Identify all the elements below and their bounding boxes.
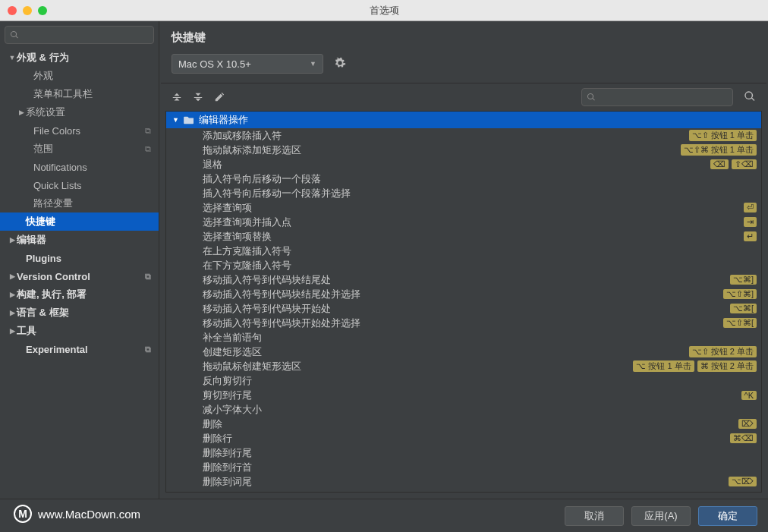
action-row[interactable]: 插入符号向后移动一个段落并选择 [166,186,761,200]
sidebar-item[interactable]: ▶编辑器 [0,231,159,249]
action-row[interactable]: 拖动鼠标创建矩形选区⌥ 按钮 1 单击⌘ 按钮 2 单击 [166,359,761,373]
action-label: 选择查询项并插入点 [203,216,741,229]
sidebar-item[interactable]: ▶Version Control⧉ [0,267,159,285]
shortcut-badge: ⌥⌦ [729,477,757,486]
sidebar-item[interactable]: ▶工具 [0,322,159,340]
action-row[interactable]: 在下方克隆插入符号 [166,258,761,272]
keymap-scheme-dropdown[interactable]: Mac OS X 10.5+ ▼ [172,54,323,74]
sidebar-item[interactable]: Notifications [0,158,159,176]
sidebar-item[interactable]: 快捷键 [0,212,159,231]
sidebar-item-label: 构建, 执行, 部署 [17,288,87,301]
sidebar-item[interactable]: Plugins [0,249,159,267]
action-label: 反向剪切行 [203,374,757,388]
page-title: 快捷键 [159,21,768,48]
dropdown-value: Mac OS X 10.5+ [178,58,251,70]
action-label: 退格 [203,158,707,172]
action-row[interactable]: 减小字体大小 [166,402,761,417]
action-row[interactable]: 添加或移除插入符⌥⇧ 按钮 1 单击 [166,128,761,143]
action-row[interactable]: 选择查询项并插入点⇥ [166,215,761,229]
gear-icon[interactable] [334,57,346,71]
action-label: 选择查询项 [203,201,741,215]
sidebar-item-label: 语言 & 框架 [17,306,69,320]
action-row[interactable]: 剪切到行尾^K [166,388,761,402]
cancel-button[interactable]: 取消 [565,506,624,526]
action-row[interactable]: 删除到行尾 [166,445,761,460]
action-label: 在下方克隆插入符号 [203,259,757,272]
sidebar-item-label: Plugins [26,253,61,264]
action-row[interactable]: 补全当前语句 [166,330,761,345]
titlebar: 首选项 [0,0,768,21]
sidebar-item-label: Quick Lists [33,180,82,191]
actions-search-input[interactable] [581,88,733,106]
action-row[interactable]: 删除到词尾⌥⌦ [166,474,761,489]
sidebar-item[interactable]: 路径变量 [0,194,159,212]
copy-icon: ⧉ [145,144,151,154]
action-row[interactable]: 选择查询项替换↵ [166,229,761,244]
sidebar-item[interactable]: 范围⧉ [0,140,159,158]
sidebar-item[interactable]: Experimental⧉ [0,340,159,358]
minimize-icon[interactable] [23,6,32,15]
action-row[interactable]: 退格⌫⇧⌫ [166,157,761,172]
tree-arrow-icon: ▶ [17,109,26,116]
shortcut-badge: ⌦ [738,419,757,429]
sidebar-item[interactable]: ▶系统设置 [0,103,159,121]
action-label: 剪切到行尾 [203,389,738,402]
shortcut-badge: ⏎ [744,203,757,212]
action-row[interactable]: 移动插入符号到代码块开始处并选择⌥⇧⌘[ [166,316,761,330]
action-row[interactable]: 删除⌦ [166,417,761,431]
sidebar-item[interactable]: 外观 [0,67,159,85]
sidebar-item[interactable]: 菜单和工具栏 [0,85,159,103]
action-row[interactable]: 反向剪切行 [166,373,761,388]
apply-button[interactable]: 应用(A) [631,506,691,526]
action-row[interactable]: 移动插入符号到代码块结尾处⌥⌘] [166,272,761,287]
tree-arrow-icon: ▶ [8,236,17,244]
action-label: 移动插入符号到代码块结尾处并选择 [203,288,720,301]
expand-all-icon[interactable] [172,92,182,102]
shortcut-badge: ⌘⌫ [730,433,757,443]
search-icon [10,30,19,39]
sidebar-item-label: 外观 & 行为 [17,51,69,65]
shortcut-badge: ⌥⌘[ [730,304,757,313]
actions-toolbar [159,83,768,111]
traffic-lights [8,6,47,15]
action-label: 移动插入符号到代码块开始处 [203,302,727,316]
action-label: 删除到行首 [203,461,757,474]
sidebar-item[interactable]: ▶构建, 执行, 部署 [0,285,159,304]
action-row[interactable]: 选择查询项⏎ [166,200,761,215]
sidebar-item[interactable]: ▼外观 & 行为 [0,49,159,67]
shortcut-badge: ⌥⇧ 按钮 2 单击 [689,346,757,357]
sidebar-item[interactable]: Quick Lists [0,176,159,194]
action-row[interactable]: 拖动鼠标添加矩形选区⌥⇧⌘ 按钮 1 单击 [166,143,761,157]
close-icon[interactable] [8,6,17,15]
action-row[interactable]: 创建矩形选区⌥⇧ 按钮 2 单击 [166,345,761,359]
action-row[interactable]: 在上方克隆插入符号 [166,244,761,258]
action-row[interactable]: 移动插入符号到代码块结尾处并选择⌥⇧⌘] [166,287,761,301]
search-icon [587,93,596,102]
action-row[interactable]: 插入符号向后移动一个段落 [166,172,761,186]
sidebar-item-label: 快捷键 [26,215,55,228]
action-group-header[interactable]: ▼编辑器操作 [166,112,761,128]
find-by-shortcut-icon[interactable] [744,90,756,105]
action-label: 插入符号向后移动一个段落并选择 [203,187,757,200]
settings-tree[interactable]: ▼外观 & 行为外观菜单和工具栏▶系统设置File Colors⧉范围⧉Noti… [0,49,159,499]
action-row[interactable]: 移动插入符号到代码块开始处⌥⌘[ [166,301,761,316]
sidebar-item-label: Experimental [26,344,88,355]
group-label: 编辑器操作 [199,113,248,127]
sidebar-item[interactable]: ▶语言 & 框架 [0,304,159,322]
shortcut-badge: ⌥ 按钮 1 单击 [633,360,694,372]
zoom-icon[interactable] [38,6,47,15]
tree-arrow-icon: ▼ [8,54,17,61]
actions-list[interactable]: ▼编辑器操作添加或移除插入符⌥⇧ 按钮 1 单击拖动鼠标添加矩形选区⌥⇧⌘ 按钮… [166,112,761,492]
ok-button[interactable]: 确定 [698,506,757,526]
sidebar: ▼外观 & 行为外观菜单和工具栏▶系统设置File Colors⧉范围⧉Noti… [0,21,159,499]
edit-icon[interactable] [214,92,225,102]
shortcut-badge: ⌥⌘] [730,275,757,285]
footer: 取消 应用(A) 确定 [0,499,768,532]
collapse-all-icon[interactable] [193,92,203,102]
action-row[interactable]: 删除到行首 [166,460,761,474]
action-label: 拖动鼠标创建矩形选区 [203,360,630,373]
action-row[interactable]: 删除行⌘⌫ [166,431,761,445]
content-pane: 快捷键 Mac OS X 10.5+ ▼ [159,21,768,499]
sidebar-item[interactable]: File Colors⧉ [0,121,159,140]
sidebar-search-input[interactable] [5,26,154,44]
